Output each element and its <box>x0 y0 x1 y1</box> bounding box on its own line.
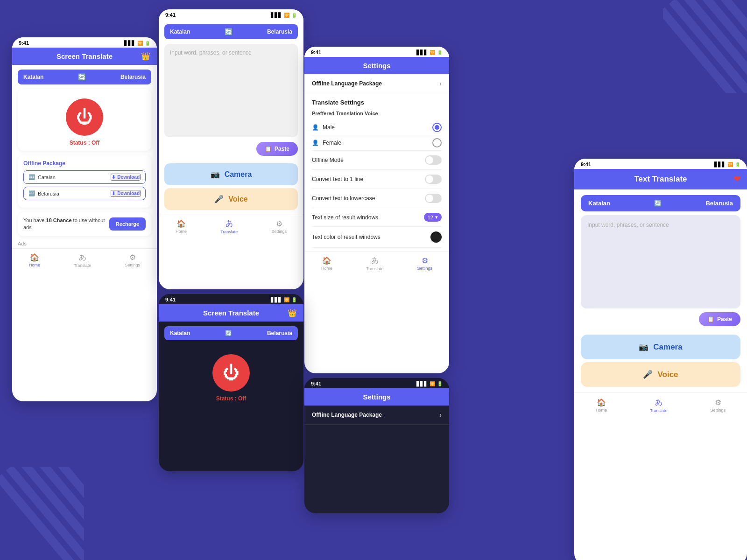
offline-title-1: Offline Package <box>23 160 146 167</box>
power-button-1[interactable]: ⏻ <box>66 98 103 136</box>
time-4: 9:41 <box>165 297 176 302</box>
camera-button-6[interactable]: 📷 Camera <box>581 335 740 359</box>
phone-screen-translate-home: 9:41 ▋▋▋ 🛜 🔋 Screen Translate 👑 Katalan … <box>12 37 157 401</box>
lang-row-4[interactable]: Katalan 🔄 Belarusia <box>164 326 298 340</box>
bottom-nav-1: 🏠 Home あ Translate ⚙ Settings <box>12 248 157 271</box>
nav-settings-3[interactable]: ⚙ Settings <box>417 256 432 271</box>
nav-translate-2[interactable]: あ Translate <box>220 219 238 234</box>
wifi-icon-6: 🛜 <box>727 162 733 167</box>
convert-line-row[interactable]: Convert text to 1 line <box>312 170 442 189</box>
translate-input-area-2[interactable]: Input word, phrases, or sentence <box>164 44 298 137</box>
lang-row-1[interactable]: Katalan 🔄 Belarusia <box>18 70 151 84</box>
nav-settings-1[interactable]: ⚙ Settings <box>125 253 140 267</box>
offline-package-label-dark: Offline Language Package <box>312 412 382 418</box>
status-icons-5: ▋▋▋ 🛜 🔋 <box>416 381 443 386</box>
nav-translate-3[interactable]: あ Translate <box>366 256 383 271</box>
status-icons-4: ▋▋▋ 🛜 🔋 <box>271 297 297 302</box>
wifi-icon-4: 🛜 <box>284 297 289 302</box>
swap-icon-6[interactable]: 🔄 <box>654 200 662 207</box>
nav-settings-label-6: Settings <box>710 408 726 413</box>
phone-settings-dark: 9:41 ▋▋▋ 🛜 🔋 Settings Offline Language P… <box>304 378 449 513</box>
crown-icon-4: 👑 <box>288 308 297 317</box>
paste-button-6[interactable]: 📋 Paste <box>699 312 740 326</box>
female-radio-row[interactable]: 👤 Female <box>312 135 442 151</box>
text-color-dot[interactable] <box>430 231 442 243</box>
header-title-6: Text Translate <box>634 175 687 184</box>
nav-translate-1[interactable]: あ Translate <box>74 252 91 268</box>
male-radio-row[interactable]: 👤 Male <box>312 120 442 135</box>
mic-icon-6: 🎤 <box>643 370 653 379</box>
offline-mode-toggle[interactable] <box>425 155 442 165</box>
nav-translate-6[interactable]: あ Translate <box>650 398 667 413</box>
nav-home-3[interactable]: 🏠 Home <box>321 256 332 271</box>
convert-lowercase-toggle[interactable] <box>425 194 442 203</box>
signal-icon-2: ▋▋▋ <box>271 13 282 18</box>
header-title-1: Screen Translate <box>56 52 113 60</box>
nav-settings-label-3: Settings <box>417 266 432 271</box>
recharge-button[interactable]: Recharge <box>109 217 146 231</box>
bottom-nav-3: 🏠 Home あ Translate ⚙ Settings <box>304 252 449 274</box>
nav-settings-label-2: Settings <box>271 229 287 234</box>
power-section-4: ⏻ Status : Off <box>159 345 303 406</box>
signal-icon-1: ▋▋▋ <box>124 41 135 46</box>
text-size-row[interactable]: Text size of result windows 12 ▾ <box>312 208 442 227</box>
nav-settings-6[interactable]: ⚙ Settings <box>710 398 726 413</box>
lang-row-2[interactable]: Katalan 🔄 Belarusia <box>164 24 298 39</box>
camera-button-2[interactable]: 📷 Camera <box>164 163 298 185</box>
nav-home-6[interactable]: 🏠 Home <box>596 398 607 413</box>
offline-mode-row[interactable]: Offline Mode <box>312 151 442 170</box>
download-catalan-button[interactable]: ⬇ Download <box>111 174 141 181</box>
female-radio-button[interactable] <box>432 138 442 147</box>
swap-icon-4[interactable]: 🔄 <box>225 330 232 336</box>
convert-line-toggle[interactable] <box>425 175 442 184</box>
lang-to-2: Belarusia <box>267 28 292 35</box>
paste-button-2[interactable]: 📋 Paste <box>256 142 298 156</box>
swap-icon-2[interactable]: 🔄 <box>225 28 233 35</box>
status-icons-3: ▋▋▋ 🛜 🔋 <box>416 50 443 55</box>
nav-translate-label-1: Translate <box>74 263 91 268</box>
nav-home-1[interactable]: 🏠 Home <box>29 253 40 267</box>
signal-icon-5: ▋▋▋ <box>416 381 428 386</box>
chance-section-1: You have 18 Chance to use without ads Re… <box>18 212 151 236</box>
input-placeholder-6: Input word, phrases, or sentence <box>587 222 669 228</box>
wifi-icon-2: 🛜 <box>284 13 289 18</box>
offline-lang-belarusia: Belarusia <box>38 191 59 196</box>
battery-icon-3: 🔋 <box>437 50 443 55</box>
text-size-value: 12 <box>428 215 433 220</box>
offline-package-row[interactable]: Offline Language Package › <box>304 74 449 93</box>
text-translate-input-area[interactable]: Input word, phrases, or sentence <box>581 215 740 308</box>
voice-button-6[interactable]: 🎤 Voice <box>581 362 740 387</box>
lang-row-6[interactable]: Katalan 🔄 Belarusia <box>581 195 740 211</box>
signal-icon-4: ▋▋▋ <box>271 297 282 302</box>
offline-package-label: Offline Language Package <box>312 80 382 87</box>
status-bar-3: 9:41 ▋▋▋ 🛜 🔋 <box>304 47 449 57</box>
download-belarusia-button[interactable]: ⬇ Download <box>111 190 141 197</box>
wifi-icon-5: 🛜 <box>430 381 435 386</box>
status-icons-6: ▋▋▋ 🛜 🔋 <box>714 162 740 167</box>
translate-nav-icon-6: あ <box>655 398 662 407</box>
male-radio-button[interactable] <box>432 123 442 132</box>
nav-home-label-3: Home <box>321 266 332 271</box>
text-size-selector[interactable]: 12 ▾ <box>424 213 442 222</box>
home-icon-6: 🏠 <box>597 398 606 407</box>
male-label: Male <box>323 124 335 131</box>
time-2: 9:41 <box>165 12 176 18</box>
translate-icon-catalan: 🔤 <box>28 174 35 180</box>
translate-nav-icon-1: あ <box>79 252 86 262</box>
swap-icon-1[interactable]: 🔄 <box>78 73 86 81</box>
offline-package-row-dark[interactable]: Offline Language Package › <box>304 406 449 425</box>
female-user-icon: 👤 <box>312 140 319 146</box>
nav-settings-2[interactable]: ⚙ Settings <box>271 219 287 234</box>
text-color-row[interactable]: Text color of result windows <box>312 227 442 248</box>
paste-icon-2: 📋 <box>265 146 272 152</box>
phone-text-translate: 9:41 ▋▋▋ 🛜 🔋 Text Translate ❤ Katalan 🔄 … <box>574 159 747 560</box>
convert-lowercase-row[interactable]: Convert text to lowercase <box>312 189 442 208</box>
nav-home-label-2: Home <box>176 229 187 234</box>
phone-translate-input: 9:41 ▋▋▋ 🛜 🔋 Katalan 🔄 Belarusia Input w… <box>159 9 303 289</box>
nav-home-2[interactable]: 🏠 Home <box>176 219 187 234</box>
voice-button-2[interactable]: 🎤 Voice <box>164 188 298 210</box>
phone-screen-translate-dark: 9:41 ▋▋▋ 🛜 🔋 Screen Translate 👑 Katalan … <box>159 294 303 471</box>
power-button-4[interactable]: ⏻ <box>212 354 250 392</box>
mic-icon-2: 🎤 <box>214 195 224 203</box>
battery-icon-1: 🔋 <box>145 41 150 46</box>
